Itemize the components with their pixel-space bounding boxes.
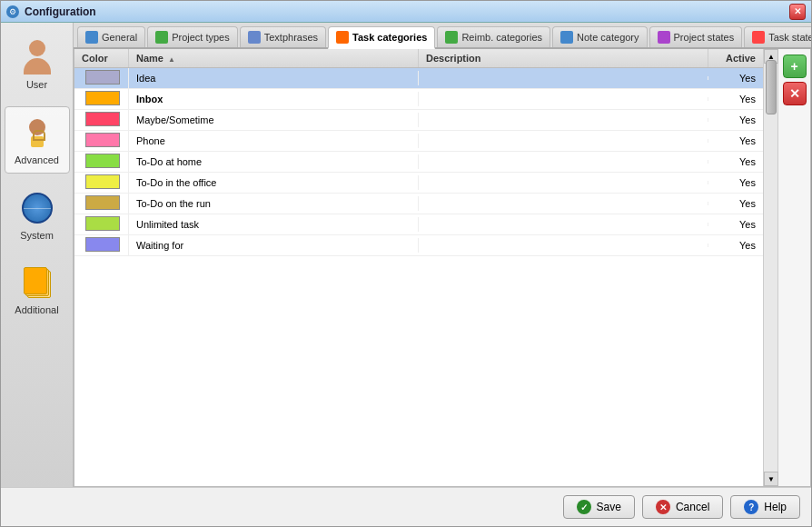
tab-textphrases[interactable]: Textphrases [240,26,326,47]
tab-project-states-label: Project states [674,32,735,43]
table-row[interactable]: Waiting forYes [74,235,763,256]
cell-description [419,118,708,122]
cell-active: Yes [708,154,763,169]
cell-active: Yes [708,92,763,106]
scrollbar[interactable]: ▲ ▼ [763,49,777,486]
sidebar-item-additional[interactable]: Additional [5,257,70,323]
cell-color [74,131,129,151]
cell-name: Phone [129,134,419,148]
sidebar-label-additional: Additional [15,304,58,315]
cell-description [419,160,708,164]
tab-project-types-icon [155,31,168,44]
title-bar: ⚙ Configuration ✕ [1,1,811,23]
sidebar-label-user: User [26,79,47,90]
table-row[interactable]: PhoneYes [74,131,763,152]
cell-name: To-Do in the office [129,175,419,190]
tab-task-states-label: Task states [768,32,811,43]
tabs-bar: General Project types Textphrases Task c… [74,23,811,49]
tab-project-types[interactable]: Project types [147,26,238,47]
tab-project-states-icon [658,31,670,44]
cancel-icon: ✕ [656,500,670,514]
additional-icon [19,264,55,301]
tab-task-states[interactable]: Task states [744,26,811,47]
action-buttons-panel: + ✕ [777,49,810,486]
bottom-bar: ✓ Save ✕ Cancel ? Help [1,487,811,526]
cell-color [74,110,129,130]
col-header-active: Active [708,49,763,67]
cell-name: Unlimited task [129,217,419,232]
cell-color [74,173,129,193]
tab-note-category[interactable]: Note category [552,26,647,47]
table-row[interactable]: InboxYes [74,89,763,110]
cell-name: Maybe/Sometime [129,113,419,127]
sort-arrow-name: ▲ [168,55,175,64]
tab-textphrases-icon [248,31,261,44]
cell-description [419,181,708,184]
tab-reimb-categories-label: Reimb. categories [461,32,542,43]
remove-button[interactable]: ✕ [783,82,807,105]
system-icon [19,190,55,226]
main-content: User Advanced System [1,23,811,487]
cancel-label: Cancel [676,501,709,513]
tab-general[interactable]: General [77,26,145,47]
tab-general-label: General [102,32,137,43]
table-row[interactable]: To-Do in the officeYes [74,173,763,194]
col-header-description: Description [419,49,708,67]
sidebar-item-system[interactable]: System [5,183,70,248]
cell-active: Yes [708,238,763,253]
help-icon: ? [744,500,758,514]
tab-task-categories-icon [336,31,349,44]
table-body[interactable]: IdeaYesInboxYesMaybe/SometimeYesPhoneYes… [74,68,763,486]
cell-active: Yes [708,196,763,211]
advanced-icon [19,114,55,151]
cell-active: Yes [708,134,763,148]
cell-description [419,202,708,205]
col-header-color: Color [74,49,129,67]
sidebar-label-system: System [20,230,54,241]
sidebar-item-advanced[interactable]: Advanced [5,106,70,174]
configuration-window: ⚙ Configuration ✕ User [0,0,812,527]
cell-color [74,89,129,109]
col-header-name[interactable]: Name ▲ [129,49,419,67]
tab-general-icon [85,31,98,44]
table-row[interactable]: To-Do on the runYes [74,194,763,214]
cell-active: Yes [708,113,763,127]
cancel-button[interactable]: ✕ Cancel [642,495,723,519]
tab-content: Color Name ▲ Description Active [74,49,811,487]
cell-name: To-Do at home [129,154,419,169]
help-button[interactable]: ? Help [730,495,800,519]
tab-note-category-icon [560,31,573,44]
user-icon [19,39,55,75]
tab-task-categories[interactable]: Task categories [328,26,435,49]
table-row[interactable]: Unlimited taskYes [74,214,763,235]
save-button[interactable]: ✓ Save [563,495,635,519]
table-area: Color Name ▲ Description Active [74,49,763,486]
add-button[interactable]: + [783,55,807,78]
tab-reimb-categories-icon [445,31,458,44]
cell-name: Inbox [129,92,419,106]
tab-task-categories-label: Task categories [352,32,427,43]
scrollbar-thumb[interactable] [766,60,777,114]
close-button[interactable]: ✕ [789,4,806,20]
tab-task-states-icon [752,31,765,44]
table-row[interactable]: To-Do at homeYes [74,152,763,173]
cell-active: Yes [708,217,763,232]
cell-description [419,139,708,143]
scrollbar-down-button[interactable]: ▼ [764,472,778,486]
cell-name: Idea [129,71,419,85]
tab-project-types-label: Project types [172,32,230,43]
table-row[interactable]: IdeaYes [74,68,763,89]
save-icon: ✓ [577,500,591,514]
tab-project-states[interactable]: Project states [649,26,743,47]
table-row[interactable]: Maybe/SometimeYes [74,110,763,131]
cell-color [74,235,129,255]
cell-description [419,244,708,247]
table-header: Color Name ▲ Description Active [74,49,763,68]
help-label: Help [764,501,787,513]
cell-name: Waiting for [129,238,419,253]
cell-color [74,214,129,234]
cell-color [74,194,129,214]
cell-active: Yes [708,175,763,190]
sidebar-item-user[interactable]: User [5,32,70,97]
tab-reimb-categories[interactable]: Reimb. categories [437,26,550,47]
